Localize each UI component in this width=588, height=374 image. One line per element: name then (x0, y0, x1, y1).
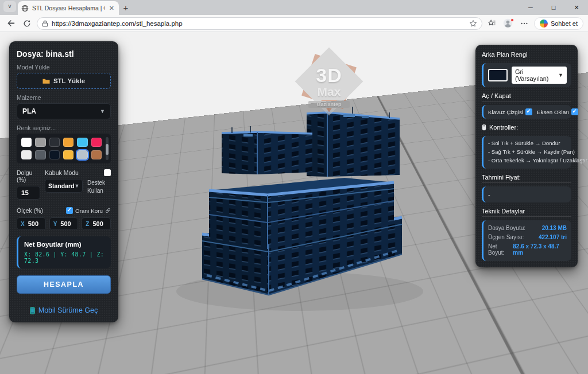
color-swatch[interactable] (63, 138, 74, 147)
scale-x-input[interactable]: X 500 (17, 217, 46, 230)
color-swatch[interactable] (21, 138, 32, 147)
close-button[interactable]: ✕ (565, 0, 588, 15)
settings-panel: Arka Plan Rengi Gri (Varsayılan) ▼ Aç / … (475, 45, 578, 267)
window-controls: ─ □ ✕ (519, 0, 588, 15)
site-info-lock-icon[interactable] (42, 20, 48, 27)
scale-z-value: 500 (92, 220, 103, 227)
3dmax-gaziantep-watermark-logo: 3D Max Gaziantep (299, 57, 367, 115)
mobil-link-label: Mobil Sürüme Geç (38, 306, 98, 314)
url-text: https://3dmaxgaziantep.com/stl_hesapla.p… (52, 20, 466, 27)
orani-koru-checkbox[interactable] (66, 207, 73, 214)
control-hint: - Orta Tekerlek → Yakınlaştır / Uzaklaşt… (488, 157, 567, 165)
notification-dot (510, 18, 514, 22)
renk-seciniz-label: Renk seçiniz... (17, 124, 111, 131)
color-swatch[interactable] (49, 150, 60, 159)
kabuk-modu-select[interactable]: Standard ▼ (45, 179, 83, 193)
back-icon[interactable] (5, 17, 17, 30)
address-bar[interactable]: https://3dmaxgaziantep.com/stl_hesapla.p… (37, 17, 482, 30)
ac-kapat-label: Aç / Kapat (482, 91, 571, 102)
bg-color-select[interactable]: Gri (Varsayılan) ▼ (512, 67, 567, 84)
kontroller-header: Kontroller: (482, 123, 571, 133)
detail-row: Net Boyut: 82.6 x 72.3 x 48.7 mm (488, 242, 567, 258)
kontroller-label: Kontroller: (489, 124, 518, 131)
olcek-label: Ölçek (%) (17, 207, 43, 214)
bg-color-preview[interactable] (488, 69, 508, 81)
more-menu-icon[interactable] (518, 17, 531, 30)
reload-icon[interactable] (21, 17, 33, 30)
chat-button-label: Sohbet et (551, 20, 578, 27)
tab-close-icon[interactable]: ✕ (108, 5, 115, 12)
chevron-down-icon: ▼ (75, 183, 80, 189)
tab-title: STL Dosyası Hesaplama | Gaziante (32, 5, 105, 11)
detail-row: Dosya Boyutu: 20.13 MB (488, 224, 567, 233)
calculator-panel: Dosya: bina.stl Model Yükle STL Yükle Ma… (9, 41, 118, 322)
dosya-boyutu-value: 20.13 MB (542, 225, 567, 231)
folder-icon (42, 78, 50, 84)
control-hint: - Sol Tık + Sürükle → Döndür (488, 139, 567, 148)
favorites-hub-icon[interactable] (486, 17, 498, 30)
color-swatch[interactable] (49, 138, 60, 147)
control-hint: - Sağ Tık + Sürükle → Kaydır (Pan) (488, 148, 567, 157)
color-swatch[interactable] (77, 138, 87, 147)
dosya-boyutu-label: Dosya Boyutu: (488, 225, 525, 231)
eksen-oklari-label: Eksen Okları (537, 109, 569, 115)
globe-favicon-icon (21, 5, 29, 12)
swatch-scrollbar[interactable] (106, 137, 109, 160)
new-tab-button[interactable]: + (119, 1, 133, 14)
browser-toolbar: https://3dmaxgaziantep.com/stl_hesapla.p… (0, 15, 588, 32)
hesapla-button[interactable]: HESAPLA (17, 275, 111, 294)
chevron-down-icon: ▼ (100, 108, 105, 114)
scale-y-label: Y (53, 221, 57, 227)
logo-text-gaziantep: Gaziantep (308, 101, 350, 108)
maximize-button[interactable]: □ (542, 0, 565, 15)
material-select[interactable]: PLA ▼ (17, 103, 111, 119)
scale-z-label: Z (86, 221, 89, 227)
color-swatch[interactable] (35, 138, 45, 147)
klavuz-cizgisi-label: Klavuz Çizgisi (488, 109, 523, 115)
scale-x-label: X (21, 221, 25, 227)
mobil-surume-gec-link[interactable]: Mobil Sürüme Geç (17, 306, 111, 314)
material-value: PLA (22, 107, 36, 115)
bookmark-star-icon[interactable] (469, 20, 477, 28)
net-boyutlar-title: Net Boyutlar (mm) (24, 241, 105, 248)
net-boyutlar-values: X: 82.6 | Y: 48.7 | Z: 72.3 (24, 251, 105, 264)
color-swatch[interactable] (35, 150, 45, 159)
tahmini-fiyat-value: - (488, 190, 567, 199)
tab-actions-button[interactable]: ˅ (3, 1, 16, 12)
orani-koru-label: Oranı Koru (75, 208, 103, 214)
mouse-icon (482, 124, 486, 131)
eksen-oklari-checkbox[interactable] (571, 108, 578, 115)
link-chain-icon (104, 207, 112, 215)
chat-copilot-button[interactable]: Sohbet et (534, 17, 583, 30)
file-name-title: Dosya: bina.stl (17, 49, 111, 59)
active-tab[interactable]: STL Dosyası Hesaplama | Gaziante ✕ (18, 1, 119, 15)
teknik-detaylar-label: Teknik Detaylar (482, 207, 571, 217)
dolgu-label: Dolgu (%) (17, 169, 40, 183)
model-yukle-label: Model Yükle (17, 64, 111, 71)
destek-kullan-label: Destek Kullan (87, 179, 111, 194)
scale-z-input[interactable]: Z 500 (82, 217, 111, 230)
stl-upload-button[interactable]: STL Yükle (17, 73, 111, 89)
color-swatch-selected[interactable] (77, 150, 87, 159)
color-swatch[interactable] (63, 150, 74, 159)
color-swatch[interactable] (91, 138, 102, 147)
controls-help-box: - Sol Tık + Sürükle → Döndür - Sağ Tık +… (482, 136, 571, 169)
net-boyutlar-box: Net Boyutlar (mm) X: 82.6 | Y: 48.7 | Z:… (17, 236, 111, 268)
background-color-box: Gri (Varsayılan) ▼ (482, 63, 571, 87)
profile-avatar[interactable] (502, 17, 514, 30)
color-swatch[interactable] (91, 150, 102, 159)
bg-color-value: Gri (Varsayılan) (515, 68, 558, 82)
teknik-detaylar-box: Dosya Boyutu: 20.13 MB Üçgen Sayısı: 422… (482, 220, 571, 261)
destek-kullan-checkbox[interactable] (104, 169, 111, 176)
color-swatch[interactable] (21, 150, 32, 159)
viewer-3d-canvas[interactable]: 3D Max Gaziantep Dosya: bina.stl Model Y… (0, 32, 588, 374)
dolgu-group: Dolgu (%) 15 (17, 169, 40, 200)
chevron-down-icon: ▼ (558, 72, 563, 78)
phone-icon (30, 307, 35, 314)
logo-text-max: Max (299, 85, 359, 99)
dolgu-input[interactable]: 15 (17, 186, 40, 200)
net-boyut-label: Net Boyut: (488, 243, 513, 256)
scale-y-input[interactable]: Y 500 (49, 217, 79, 230)
klavuz-cizgisi-checkbox[interactable] (525, 108, 532, 115)
minimize-button[interactable]: ─ (519, 0, 542, 15)
